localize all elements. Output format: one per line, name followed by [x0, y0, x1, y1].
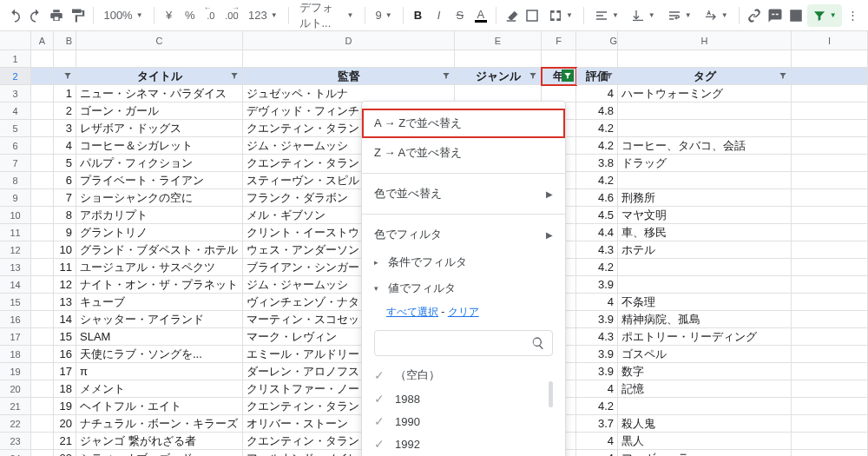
filter-button[interactable]: ▼ [807, 4, 842, 27]
cell[interactable]: 3.8 [576, 155, 618, 172]
cell[interactable]: 黒人 [618, 433, 792, 450]
cell[interactable]: パルプ・フィクション [76, 155, 243, 172]
insert-link-button[interactable] [744, 4, 763, 27]
cell[interactable]: ファヴェーラ [618, 450, 792, 456]
cell[interactable] [31, 398, 54, 415]
cell[interactable]: 1 [54, 85, 76, 102]
row-header[interactable]: 8 [0, 172, 31, 189]
font-size-select[interactable]: 9▼ [370, 4, 397, 27]
cell[interactable]: 刑務所 [618, 189, 792, 207]
cell[interactable]: 20 [54, 415, 76, 433]
zoom-select[interactable]: 100%▼ [98, 4, 148, 27]
cell[interactable] [31, 241, 54, 259]
cell[interactable] [792, 433, 868, 450]
row-header[interactable]: 22 [0, 415, 31, 433]
cell[interactable]: 4.5 [576, 207, 618, 224]
row-header[interactable]: 19 [0, 363, 31, 380]
sort-ascending-item[interactable]: A → Zで並べ替え [362, 109, 565, 138]
cell[interactable] [792, 450, 868, 456]
cell[interactable]: 8 [54, 207, 76, 224]
cell[interactable]: ヘイトフル・エイト [76, 398, 243, 415]
row-header[interactable]: 15 [0, 294, 31, 311]
filter-icon[interactable] [777, 69, 789, 82]
cell[interactable]: コーヒー、タバコ、会話 [618, 137, 792, 155]
cell[interactable]: 4 [576, 294, 618, 311]
cell[interactable]: 記憶 [618, 380, 792, 398]
cell[interactable]: 3.9 [576, 276, 618, 294]
cell[interactable]: 18 [54, 380, 76, 398]
cell[interactable]: アポカリプト [76, 207, 243, 224]
cell[interactable]: 15 [54, 328, 76, 346]
cell[interactable] [792, 102, 868, 120]
cell[interactable] [618, 398, 792, 415]
cell[interactable]: プライベート・ライアン [76, 172, 243, 189]
cell[interactable]: ドラッグ [618, 155, 792, 172]
table-header-cell[interactable] [54, 68, 76, 85]
cell[interactable] [792, 155, 868, 172]
cell[interactable]: 10 [54, 241, 76, 259]
filter-icon[interactable] [603, 69, 615, 82]
filter-search-input[interactable] [374, 330, 553, 356]
row-header[interactable]: 3 [0, 85, 31, 102]
row-header[interactable]: 20 [0, 380, 31, 398]
cell[interactable] [31, 276, 54, 294]
row-header[interactable]: 16 [0, 311, 31, 328]
cell[interactable]: 3.9 [576, 363, 618, 380]
bold-button[interactable]: B [408, 4, 427, 27]
insert-chart-button[interactable] [786, 4, 806, 27]
sort-descending-item[interactable]: Z → Aで並べ替え [362, 138, 565, 168]
cell[interactable] [31, 224, 54, 241]
filter-icon[interactable] [562, 69, 574, 82]
cell[interactable] [31, 155, 54, 172]
cell[interactable] [792, 311, 868, 328]
table-header-cell[interactable]: タグ [618, 68, 792, 85]
cell[interactable]: 3.9 [576, 311, 618, 328]
cell[interactable] [618, 259, 792, 276]
cell[interactable]: キューブ [76, 294, 243, 311]
cell[interactable]: 3 [54, 120, 76, 137]
row-header[interactable]: 18 [0, 346, 31, 363]
filter-icon[interactable] [228, 69, 240, 82]
number-format-select[interactable]: 123▼ [243, 4, 283, 27]
cell[interactable]: 4 [54, 137, 76, 155]
filter-value-item[interactable]: ✓（空白） [374, 363, 553, 387]
cell[interactable]: シティ・オブ・ゴッド [76, 450, 243, 456]
row-header[interactable]: 2 [0, 68, 31, 85]
cell[interactable]: 2 [54, 102, 76, 120]
cell[interactable] [792, 328, 868, 346]
cell[interactable]: 11 [54, 259, 76, 276]
cell[interactable] [542, 85, 576, 102]
row-header[interactable]: 21 [0, 398, 31, 415]
cell[interactable]: ハートウォーミング [618, 85, 792, 102]
scrollbar-thumb[interactable] [549, 381, 553, 407]
table-header-cell[interactable]: 評価 [576, 68, 618, 85]
column-header[interactable]: F [542, 31, 576, 50]
cell[interactable]: ショーシャンクの空に [76, 189, 243, 207]
vertical-align-button[interactable]: ▼ [626, 4, 661, 27]
cell[interactable] [31, 346, 54, 363]
currency-button[interactable]: ¥ [159, 4, 178, 27]
cell[interactable]: レザボア・ドッグス [76, 120, 243, 137]
cell[interactable]: コーヒー＆シガレット [76, 137, 243, 155]
table-header-cell[interactable]: 監督 [243, 68, 455, 85]
cell[interactable]: 3.9 [576, 346, 618, 363]
cell[interactable]: ゴーン・ガール [76, 102, 243, 120]
select-all-link[interactable]: すべて選択 [386, 306, 438, 318]
cell[interactable]: 4 [576, 85, 618, 102]
filter-by-condition-item[interactable]: ▸条件でフィルタ [362, 249, 565, 275]
cell[interactable]: グラントリノ [76, 224, 243, 241]
row-header[interactable]: 14 [0, 276, 31, 294]
cell[interactable] [792, 224, 868, 241]
cell[interactable] [31, 450, 54, 456]
cell[interactable] [31, 363, 54, 380]
cell[interactable] [792, 276, 868, 294]
cell[interactable] [792, 380, 868, 398]
cell[interactable] [618, 50, 792, 68]
cell[interactable] [618, 120, 792, 137]
cell[interactable]: ニュー・シネマ・パラダイス [76, 85, 243, 102]
cell[interactable] [618, 102, 792, 120]
sort-by-color-item[interactable]: 色で並べ替え▶ [362, 179, 565, 208]
filter-by-values-item[interactable]: ▾値でフィルタ [362, 275, 565, 301]
redo-button[interactable] [26, 4, 45, 27]
cell[interactable] [76, 50, 243, 68]
